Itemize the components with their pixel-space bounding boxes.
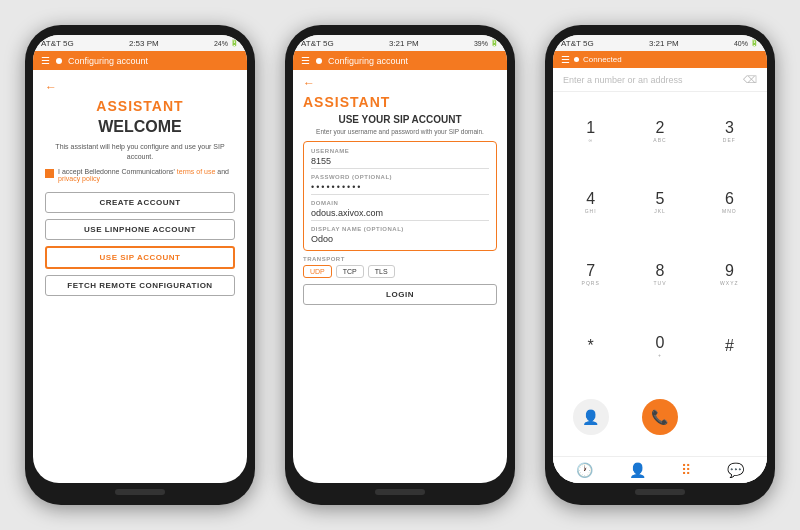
phone2-battery: 39% — [474, 40, 488, 47]
username-value[interactable]: 8155 — [311, 156, 489, 169]
phone-2-screen: AT&T 5G 3:21 PM 39% 🔋 ☰ Configuring acco… — [293, 35, 507, 483]
hamburger-icon-2[interactable]: ☰ — [301, 55, 310, 66]
privacy-link[interactable]: privacy policy — [58, 175, 100, 182]
password-value[interactable]: •••••••••• — [311, 182, 489, 195]
connected-status: Connected — [583, 55, 622, 64]
dial-key-6[interactable]: 6MNO — [696, 168, 763, 238]
transport-udp[interactable]: UDP — [303, 265, 332, 278]
add-contact-button[interactable]: 👤 — [573, 399, 609, 435]
phone3-status-bar: AT&T 5G 3:21 PM 40% 🔋 — [553, 35, 767, 51]
connected-dot — [574, 57, 579, 62]
phone-2: AT&T 5G 3:21 PM 39% 🔋 ☰ Configuring acco… — [285, 25, 515, 505]
phone1-content: ← ASSISTANT WELCOME This assistant will … — [33, 70, 247, 483]
use-linphone-button[interactable]: USE LINPHONE ACCOUNT — [45, 219, 235, 240]
status-dot-2 — [316, 58, 322, 64]
back-button[interactable]: ← — [45, 80, 57, 94]
dialer: Enter a number or an address ⌫ 1∞ 2ABC 3… — [553, 68, 767, 483]
phone-1-screen: AT&T 5G 2:53 PM 24% 🔋 ☰ Configuring acco… — [33, 35, 247, 483]
fetch-remote-button[interactable]: FETCH REMOTE CONFIGURATION — [45, 275, 235, 296]
battery-icon: 🔋 — [230, 39, 239, 47]
dial-key-2[interactable]: 2ABC — [626, 96, 693, 166]
dialer-input-row: Enter a number or an address ⌫ — [553, 68, 767, 92]
sip-desc: Enter your username and password with yo… — [303, 128, 497, 135]
dialer-placeholder[interactable]: Enter a number or an address — [563, 75, 743, 85]
dial-key-star[interactable]: * — [557, 311, 624, 381]
phone2-app-bar: ☰ Configuring account — [293, 51, 507, 70]
phone3-time: 3:21 PM — [649, 39, 679, 48]
phone3-battery: 40% — [734, 40, 748, 47]
phone2-status-icons: 39% 🔋 — [474, 39, 499, 47]
phone3-carrier: AT&T 5G — [561, 39, 594, 48]
history-icon[interactable]: 🕐 — [576, 462, 593, 478]
connected-bar: ☰ Connected — [553, 51, 767, 68]
phone1-status-bar: AT&T 5G 2:53 PM 24% 🔋 — [33, 35, 247, 51]
dialpad: 1∞ 2ABC 3DEF 4GHI 5JKL 6MNO 7PQR — [553, 92, 767, 456]
sip-form: USERNAME 8155 PASSWORD (OPTIONAL) ••••••… — [303, 141, 497, 251]
battery-icon-3: 🔋 — [750, 39, 759, 47]
phone-3: AT&T 5G 3:21 PM 40% 🔋 ☰ Connected Enter … — [545, 25, 775, 505]
phone3-status-icons: 40% 🔋 — [734, 39, 759, 47]
dial-key-0[interactable]: 0+ — [626, 311, 693, 381]
phone1-status-icons: 24% 🔋 — [214, 39, 239, 47]
transport-tls[interactable]: TLS — [368, 265, 395, 278]
terms-checkbox[interactable] — [45, 169, 54, 178]
dialpad-icon[interactable]: ⠿ — [681, 462, 691, 478]
assistant-title-1: ASSISTANT — [96, 98, 183, 114]
dial-key-hash[interactable]: # — [696, 311, 763, 381]
battery-icon-2: 🔋 — [490, 39, 499, 47]
use-sip-button[interactable]: USE SIP ACCOUNT — [45, 246, 235, 269]
phone2-appbar-title: Configuring account — [328, 56, 408, 66]
username-label: USERNAME — [311, 148, 489, 154]
login-button[interactable]: LOGIN — [303, 284, 497, 305]
dial-key-4[interactable]: 4GHI — [557, 168, 624, 238]
chat-icon[interactable]: 💬 — [727, 462, 744, 478]
phone1-battery: 24% — [214, 40, 228, 47]
bottom-nav: 🕐 👤 ⠿ 💬 — [553, 456, 767, 483]
backspace-icon[interactable]: ⌫ — [743, 74, 757, 85]
domain-value[interactable]: odous.axivox.com — [311, 208, 489, 221]
phone1-carrier: AT&T 5G — [41, 39, 74, 48]
dial-key-9[interactable]: 9WXYZ — [696, 239, 763, 309]
call-button[interactable]: 📞 — [642, 399, 678, 435]
phone2-content: ← ASSISTANT USE YOUR SIP ACCOUNT Enter y… — [293, 70, 507, 483]
create-account-button[interactable]: CREATE ACCOUNT — [45, 192, 235, 213]
phone2-time: 3:21 PM — [389, 39, 419, 48]
dial-key-3[interactable]: 3DEF — [696, 96, 763, 166]
transport-row: UDP TCP TLS — [303, 265, 497, 278]
phone2-carrier: AT&T 5G — [301, 39, 334, 48]
assistant-title-2: ASSISTANT — [303, 94, 497, 110]
phone-1: AT&T 5G 2:53 PM 24% 🔋 ☰ Configuring acco… — [25, 25, 255, 505]
phone2-status-bar: AT&T 5G 3:21 PM 39% 🔋 — [293, 35, 507, 51]
status-dot — [56, 58, 62, 64]
terms-row: I accept Belledonne Communications' term… — [45, 168, 235, 182]
phone1-appbar-title: Configuring account — [68, 56, 148, 66]
empty-cell — [696, 382, 763, 452]
welcome-desc: This assistant will help you configure a… — [45, 142, 235, 162]
dial-key-8[interactable]: 8TUV — [626, 239, 693, 309]
hamburger-icon-3[interactable]: ☰ — [561, 54, 570, 65]
dial-key-7[interactable]: 7PQRS — [557, 239, 624, 309]
sip-title: USE YOUR SIP ACCOUNT — [303, 114, 497, 125]
phone1-time: 2:53 PM — [129, 39, 159, 48]
transport-tcp[interactable]: TCP — [336, 265, 364, 278]
password-label: PASSWORD (OPTIONAL) — [311, 174, 489, 180]
back-button-2[interactable]: ← — [303, 76, 315, 90]
welcome-title: WELCOME — [98, 118, 182, 136]
contacts-icon[interactable]: 👤 — [629, 462, 646, 478]
home-button-3[interactable] — [635, 489, 685, 495]
home-button-2[interactable] — [375, 489, 425, 495]
terms-link[interactable]: terms of use — [177, 168, 216, 175]
display-name-label: DISPLAY NAME (OPTIONAL) — [311, 226, 489, 232]
hamburger-icon[interactable]: ☰ — [41, 55, 50, 66]
phone1-app-bar: ☰ Configuring account — [33, 51, 247, 70]
phone-3-screen: AT&T 5G 3:21 PM 40% 🔋 ☰ Connected Enter … — [553, 35, 767, 483]
domain-label: DOMAIN — [311, 200, 489, 206]
dial-key-1[interactable]: 1∞ — [557, 96, 624, 166]
home-button-1[interactable] — [115, 489, 165, 495]
dial-key-5[interactable]: 5JKL — [626, 168, 693, 238]
display-name-value[interactable]: Odoo — [311, 234, 489, 244]
transport-label: TRANSPORT — [303, 256, 497, 262]
